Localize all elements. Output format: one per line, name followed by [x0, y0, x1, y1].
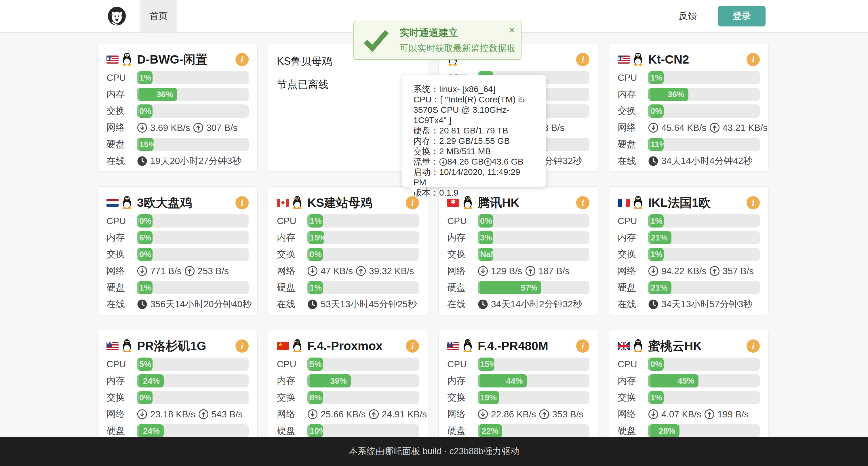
online-row-value: 34天13小时57分钟3秒 — [648, 298, 753, 311]
stat-label: CPU — [106, 72, 137, 83]
cpu-row-track: 0% — [137, 214, 249, 228]
tooltip-row: 启动：10/14/2020, 11:49:29 PM — [413, 167, 535, 188]
stat-label: 网络 — [106, 408, 137, 421]
swap-row-fill: 8% — [307, 391, 323, 404]
info-icon[interactable]: i — [236, 53, 249, 66]
stat-label: 在线 — [106, 298, 137, 311]
feedback-link[interactable]: 反馈 — [679, 10, 697, 23]
stat-label: 网络 — [447, 408, 478, 421]
stat-label: 内存 — [106, 374, 137, 387]
swap-row-track: 19% — [478, 391, 589, 404]
info-icon[interactable]: i — [406, 196, 419, 209]
server-card-header: F.4.-PR480Mi — [447, 338, 589, 354]
disk-row-fill: 28% — [648, 424, 680, 437]
swap-row-track: 0% — [648, 104, 760, 118]
server-card: IKL法国1欧iCPU1%内存21%交换1%网络94.22 KB/s357 B/… — [609, 187, 769, 315]
disk-row: 硬盘24% — [106, 424, 249, 437]
info-icon[interactable]: i — [576, 339, 589, 353]
disk-row: 硬盘21% — [618, 281, 760, 294]
network-row: 网络45.64 KB/s43.21 KB/s — [618, 121, 760, 134]
stat-label: CPU — [106, 216, 137, 226]
tooltip-row: 流量：84.26 GB43.6 GB — [413, 157, 535, 167]
server-card: D-BWG-闲置iCPU1%内存36%交换0%网络3.69 KB/s307 B/… — [98, 43, 257, 172]
uptime-value: 34天13小时57分钟3秒 — [661, 298, 753, 311]
upload-arrow-icon — [184, 266, 195, 276]
tab-home[interactable]: 首页 — [140, 0, 177, 33]
stat-label: CPU — [447, 359, 478, 370]
network-row: 网络4.07 KB/s199 B/s — [618, 408, 760, 421]
stat-label: 内存 — [618, 231, 648, 244]
disk-row-fill: 57% — [478, 281, 541, 294]
stat-label: 网络 — [277, 265, 307, 277]
linux-tux-icon — [632, 196, 644, 209]
memory-row: 内存36% — [106, 88, 249, 101]
net-up-value: 39.32 KB/s — [369, 266, 414, 276]
net-down-value: 771 B/s — [150, 266, 182, 276]
linux-tux-icon — [632, 52, 644, 66]
memory-row-track: 44% — [478, 374, 589, 388]
upload-arrow-icon — [369, 409, 379, 420]
toast-close-icon[interactable]: × — [509, 25, 515, 35]
net-up-value: 307 B/s — [206, 123, 238, 133]
tooltip-value: linux- [x86_64] — [439, 84, 495, 94]
cpu-row-track: 0% — [478, 214, 589, 228]
stat-label: 内存 — [277, 374, 307, 387]
traffic-down-value: 84.26 GB — [447, 157, 484, 166]
server-card: KS建站母鸡iCPU1%内存15%交换0%网络47 KB/s39.32 KB/s… — [268, 187, 428, 315]
site-logo[interactable] — [107, 6, 127, 26]
disk-row-track: 28% — [648, 424, 760, 437]
upload-arrow-icon — [709, 123, 720, 133]
disk-row: 硬盘11% — [618, 138, 760, 151]
upload-arrow-icon — [539, 409, 549, 420]
nezha-panel-link[interactable]: 哪吒面板 build · c23b88b — [384, 445, 484, 457]
login-button[interactable]: 登录 — [718, 6, 766, 27]
download-arrow-icon — [648, 409, 658, 420]
info-icon[interactable]: i — [747, 339, 760, 353]
country-flag-icon — [277, 342, 289, 350]
info-icon[interactable]: i — [576, 196, 589, 209]
memory-row-fill: 3% — [478, 231, 493, 244]
swap-row-fill: 0% — [137, 248, 153, 261]
info-icon[interactable]: i — [406, 339, 419, 353]
online-row-value: 34天14小时2分钟32秒 — [478, 298, 582, 311]
linux-tux-icon — [121, 196, 132, 209]
stat-label: 硬盘 — [618, 425, 648, 437]
online-row-value: 19天20小时27分钟3秒 — [137, 155, 242, 167]
swap-row: 交换0% — [106, 248, 249, 261]
info-icon[interactable]: i — [236, 196, 249, 209]
stat-label: CPU — [618, 216, 648, 226]
network-row-value: 23.18 KB/s543 B/s — [137, 409, 243, 420]
linux-tux-icon — [121, 339, 132, 352]
memory-row-fill: 24% — [137, 374, 164, 388]
cpu-row: CPU0% — [447, 214, 589, 228]
cpu-row-fill: 1% — [648, 71, 664, 84]
country-flag-icon — [106, 342, 119, 350]
disk-row-fill: 22% — [478, 424, 502, 437]
info-icon[interactable]: i — [747, 53, 760, 66]
os-icon — [292, 339, 303, 353]
os-icon — [462, 339, 473, 353]
stat-label: 内存 — [106, 88, 137, 101]
download-arrow-icon — [478, 409, 488, 420]
swap-row-track: 8% — [307, 391, 419, 404]
stat-label: 交换 — [447, 248, 478, 261]
download-arrow-icon — [439, 158, 447, 166]
download-arrow-icon — [137, 266, 147, 276]
cpu-row: CPU5% — [106, 358, 249, 371]
swap-row-track: 1% — [648, 248, 760, 261]
toast-text-block: 实时通道建立 可以实时获取最新监控数据啦 — [400, 26, 516, 54]
stat-label: 硬盘 — [618, 138, 648, 151]
info-icon[interactable]: i — [747, 196, 760, 209]
stat-label: 交换 — [618, 248, 648, 261]
stat-label: 在线 — [447, 298, 478, 311]
os-icon — [121, 52, 132, 67]
info-icon[interactable]: i — [576, 53, 589, 66]
info-icon[interactable]: i — [236, 339, 249, 353]
tooltip-label: 内存： — [413, 136, 439, 145]
server-card-header: Kt-CN2i — [618, 52, 760, 68]
os-icon — [292, 196, 303, 210]
online-row: 在线53天13小时45分钟25秒 — [277, 298, 419, 311]
swap-row: 交换1% — [618, 248, 760, 261]
disk-row-track: 1% — [307, 281, 419, 294]
server-card-header: 3欧大盘鸡i — [106, 195, 249, 211]
